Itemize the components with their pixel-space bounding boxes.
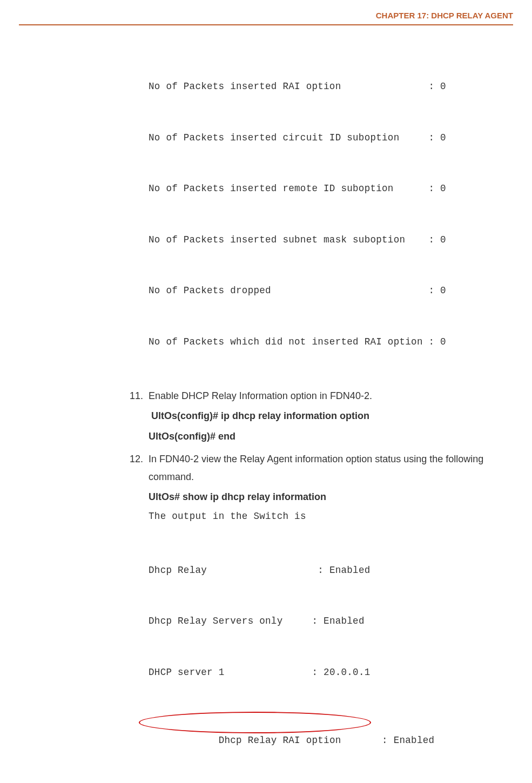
page: CHAPTER 17: DHCP RELAY AGENT No of Packe…: [0, 0, 532, 783]
highlight-oval: [139, 712, 371, 733]
step-body: Enable DHCP Relay Information option in …: [149, 387, 508, 448]
output-line: Dhcp Relay RAI option : Enabled: [219, 735, 435, 746]
cli-command: UltOs# show ip dhcp relay information: [149, 488, 508, 505]
step-text: In FDN40-2 view the Relay Agent informat…: [149, 450, 508, 485]
stat-line: No of Packets dropped : 0: [149, 282, 508, 300]
packet-stats-block-1: No of Packets inserted RAI option : 0 No…: [149, 44, 508, 384]
output-line: Dhcp Relay Servers only : Enabled: [149, 613, 508, 630]
step-number: 11.: [130, 387, 149, 448]
cli-command: UltOs(config)# ip dhcp relay information…: [151, 407, 508, 424]
output-line: DHCP server 1 : 20.0.0.1: [149, 664, 508, 681]
circled-line: Dhcp Relay RAI option : Enabled: [149, 715, 508, 783]
step-text: Enable DHCP Relay Information option in …: [149, 387, 508, 404]
stat-line: No of Packets inserted subnet mask subop…: [149, 232, 508, 249]
stat-line: No of Packets inserted RAI option : 0: [149, 78, 508, 96]
stat-line: No of Packets which did not inserted RAI…: [149, 334, 508, 351]
step-number: 12.: [130, 450, 149, 783]
relay-output: Dhcp Relay : Enabled Dhcp Relay Servers …: [149, 528, 508, 783]
main-content: No of Packets inserted RAI option : 0 No…: [19, 42, 513, 783]
cli-command: UltOs(config)# end: [149, 428, 508, 445]
chapter-header: CHAPTER 17: DHCP RELAY AGENT: [19, 11, 513, 25]
stat-line: No of Packets inserted remote ID subopti…: [149, 180, 508, 198]
step-12: 12. In FDN40-2 view the Relay Agent info…: [149, 450, 508, 783]
step-body: In FDN40-2 view the Relay Agent informat…: [149, 450, 508, 783]
step-11: 11. Enable DHCP Relay Information option…: [149, 387, 508, 448]
stat-line: No of Packets inserted circuit ID subopt…: [149, 130, 508, 147]
output-intro: The output in the Switch is: [149, 508, 508, 525]
output-line: Dhcp Relay : Enabled: [149, 562, 508, 579]
